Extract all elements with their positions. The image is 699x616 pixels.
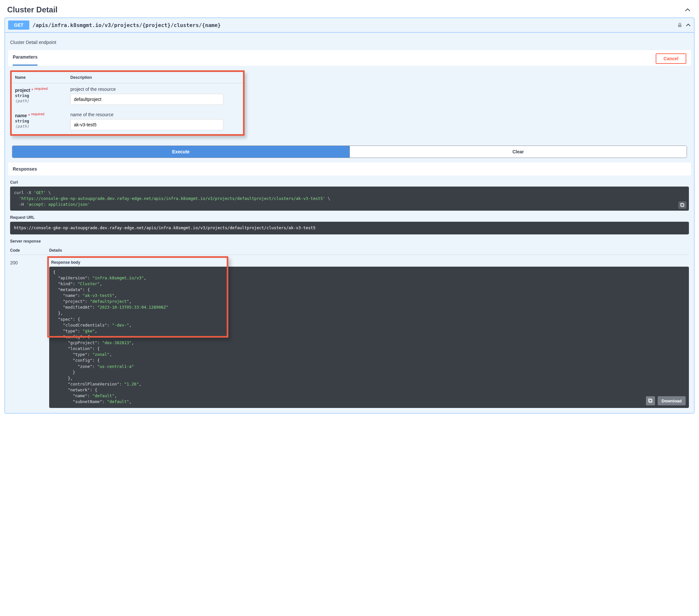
project-input[interactable] [70,94,223,105]
chevron-up-icon[interactable] [683,6,693,14]
server-response-heading: Server response [10,239,689,243]
copy-curl-button[interactable] [678,202,686,209]
method-badge: GET [8,21,29,30]
request-url-heading: Request URL [10,215,689,220]
tab-parameters[interactable]: Parameters [13,53,38,66]
param-row-project: project * required string (path) project… [12,83,243,109]
request-url-value: https://console-gke-np-autoupgrade.dev.r… [14,225,316,230]
param-name: project [15,88,30,93]
curl-block: curl -X 'GET' \ 'https://console-gke-np-… [10,187,689,211]
curl-heading: Curl [10,180,689,185]
opblock-summary[interactable]: GET /apis/infra.k8smgmt.io/v3/projects/{… [5,18,694,32]
param-description: name of the resource [70,112,240,117]
chevron-up-icon[interactable] [686,23,691,27]
endpoint-path: /apis/infra.k8smgmt.io/v3/projects/{proj… [32,22,674,28]
col-header-description: Description [70,75,240,80]
section-title: Cluster Detail [7,5,58,14]
response-body: { "apiVersion": "infra.k8smgmt.io/v3", "… [49,267,689,408]
execute-button[interactable]: Execute [12,146,350,158]
param-description: project of the resource [70,86,240,92]
clear-button[interactable]: Clear [350,146,687,158]
opblock-description: Cluster Detail endpoint [10,37,689,50]
required-star: * [31,88,33,93]
parameters-table: Name Description project * required stri… [10,70,245,136]
param-location: (path) [15,99,29,103]
param-type: string [15,93,29,98]
required-star: * [28,113,30,118]
col-header-code: Code [10,248,30,253]
lock-icon[interactable] [677,23,682,28]
col-header-name: Name [15,75,70,80]
execute-clear-row: Execute Clear [12,146,687,158]
status-code: 200 [10,258,30,265]
required-label: required [31,112,44,116]
name-input[interactable] [70,119,223,130]
param-row-name: name * required string (path) name of th… [12,109,243,134]
responses-heading: Responses [13,166,686,172]
required-label: required [35,86,48,91]
parameters-bar: Parameters Cancel [8,50,691,66]
request-url-block: https://console-gke-np-autoupgrade.dev.r… [10,222,689,234]
response-row: 200 Response body { "apiVersion": "infra… [10,258,689,408]
cancel-button[interactable]: Cancel [656,53,686,64]
param-location: (path) [15,124,29,129]
param-type: string [15,119,29,123]
copy-response-button[interactable] [646,396,655,405]
section-header[interactable]: Cluster Detail [4,3,695,17]
col-header-details: Details [49,248,689,253]
param-name: name [15,113,27,118]
opblock-get: GET /apis/infra.k8smgmt.io/v3/projects/{… [4,17,695,414]
download-button[interactable]: Download [658,396,686,405]
response-body-label: Response body [49,258,689,267]
responses-heading-bar: Responses [8,162,691,175]
